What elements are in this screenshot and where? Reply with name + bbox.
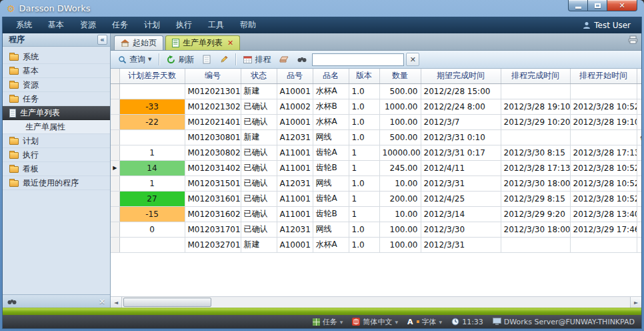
cell-sched_end[interactable]: 2012/3/29 10:20: [501, 114, 570, 129]
cell-status[interactable]: 新建: [241, 237, 277, 252]
cell-status[interactable]: 新建: [241, 129, 277, 145]
cell-diff[interactable]: 14: [119, 160, 185, 176]
cell-expect[interactable]: 2012/3/31: [421, 237, 501, 252]
sidebar-item-resource[interactable]: 资源: [3, 78, 110, 92]
cell-item_name[interactable]: 齿轮B: [313, 206, 349, 222]
cell-extra[interactable]: [637, 114, 641, 129]
cell-status[interactable]: 已确认: [241, 206, 277, 222]
status-task-menu[interactable]: 任务 ▼: [313, 317, 343, 327]
cell-extra[interactable]: [637, 191, 641, 206]
new-button[interactable]: [199, 53, 214, 65]
cell-status[interactable]: 已确认: [241, 176, 277, 191]
status-language-menu[interactable]: 简体中文 ▼: [352, 317, 398, 327]
query-button[interactable]: 查询 ▼: [115, 53, 155, 67]
cell-item_no[interactable]: A10002: [277, 99, 313, 114]
user-area[interactable]: Test User: [583, 21, 636, 30]
cell-item_no[interactable]: A11001: [277, 191, 313, 206]
schedule-button[interactable]: 排程: [240, 53, 274, 67]
cell-ver[interactable]: 1: [349, 191, 379, 206]
grid-row[interactable]: M012030801新建A12031网线1.0500.002012/3/31 0…: [111, 129, 641, 145]
cell-item_no[interactable]: A10001: [277, 83, 313, 99]
cell-sched_start[interactable]: [570, 237, 637, 252]
cell-diff[interactable]: 27: [119, 191, 185, 206]
cell-extra[interactable]: [637, 237, 641, 252]
cell-sched_start[interactable]: [570, 129, 637, 145]
cell-expect[interactable]: 2012/3/7: [421, 114, 501, 129]
cell-sched_start[interactable]: 2012/3/28 10:52: [570, 99, 637, 114]
cell-status[interactable]: 已确认: [241, 145, 277, 160]
grid-column-header[interactable]: 数量: [379, 69, 421, 83]
sidebar-search-clear-button[interactable]: ✕: [99, 297, 105, 306]
sidebar-item-task[interactable]: 任务: [3, 92, 110, 106]
cell-sched_end[interactable]: 2012/3/29 9:20: [501, 206, 570, 222]
cell-sched_start[interactable]: 2012/3/28 13:40: [570, 206, 637, 222]
cell-no[interactable]: M012021301: [185, 83, 241, 99]
cell-item_name[interactable]: 网线: [313, 222, 349, 237]
cell-diff[interactable]: -33: [119, 99, 185, 114]
cell-item_no[interactable]: A11001: [277, 206, 313, 222]
grid-row[interactable]: 1M012031501已确认A12031网线1.010.002012/3/312…: [111, 176, 641, 191]
cell-diff[interactable]: [119, 129, 185, 145]
cell-expect[interactable]: 2012/3/31: [421, 176, 501, 191]
cell-diff[interactable]: [119, 237, 185, 252]
edit-button[interactable]: [216, 54, 231, 65]
cell-extra[interactable]: [637, 222, 641, 237]
cell-item_name[interactable]: 齿轮B: [313, 160, 349, 176]
grid-row[interactable]: 1M012030802已确认A11001齿轮A110000.002012/3/3…: [111, 145, 641, 160]
tab-production-order-list[interactable]: 生产单列表 ✕: [165, 35, 240, 50]
cell-qty[interactable]: 10.00: [379, 206, 421, 222]
cell-item_name[interactable]: 齿轮A: [313, 191, 349, 206]
cell-no[interactable]: M012031402: [185, 160, 241, 176]
cell-sched_start[interactable]: 2012/3/28 10:52: [570, 176, 637, 191]
find-button[interactable]: [294, 55, 310, 64]
grid-row[interactable]: -15M012031602已确认A11001齿轮B110.002012/3/14…: [111, 206, 641, 222]
cell-item_no[interactable]: A12031: [277, 222, 313, 237]
grid-column-header[interactable]: 品名: [313, 69, 349, 83]
horizontal-scrollbar[interactable]: ◄ ►: [111, 296, 641, 308]
cell-qty[interactable]: 100.00: [379, 114, 421, 129]
sidebar-item-recent[interactable]: 最近使用的程序: [3, 176, 110, 190]
maximize-button[interactable]: [588, 0, 607, 11]
cell-no[interactable]: M012030802: [185, 145, 241, 160]
cell-item_name[interactable]: 水杯A: [313, 114, 349, 129]
cell-ver[interactable]: 1.0: [349, 129, 379, 145]
grid-column-header[interactable]: 状态: [241, 69, 277, 83]
search-input[interactable]: [312, 53, 404, 66]
cell-status[interactable]: 已确认: [241, 191, 277, 206]
cell-ver[interactable]: 1: [349, 145, 379, 160]
cell-sched_end[interactable]: 2012/3/29 8:15: [501, 191, 570, 206]
cell-sched_start[interactable]: 2012/3/29 17:46: [570, 222, 637, 237]
sidebar-search-bar[interactable]: ✕: [3, 294, 110, 308]
cell-qty[interactable]: 1000.00: [379, 99, 421, 114]
cell-extra[interactable]: [637, 145, 641, 160]
cell-expect[interactable]: 2012/4/25: [421, 191, 501, 206]
cell-expect[interactable]: 2012/2/24 8:00: [421, 99, 501, 114]
cell-item_name[interactable]: 水杯A: [313, 83, 349, 99]
grid-column-header[interactable]: [637, 69, 641, 83]
cell-no[interactable]: M012030801: [185, 129, 241, 145]
cell-no[interactable]: M012031602: [185, 206, 241, 222]
cell-sched_end[interactable]: 2012/3/30 18:00: [501, 176, 570, 191]
grid-row[interactable]: ▶14M012031402已确认A11001齿轮B1245.002012/4/1…: [111, 160, 641, 176]
cell-item_no[interactable]: A12031: [277, 176, 313, 191]
menu-item[interactable]: 工具: [200, 17, 232, 33]
menu-item[interactable]: 执行: [168, 17, 200, 33]
cell-no[interactable]: M012031601: [185, 191, 241, 206]
sidebar-item-production-order-list[interactable]: 生产单列表: [3, 106, 110, 120]
cell-extra[interactable]: [637, 206, 641, 222]
grid-row[interactable]: M012032701新建A10001水杯A1.0100.002012/3/31: [111, 237, 641, 252]
grid-column-header[interactable]: 计划差异天数: [119, 69, 185, 83]
cell-expect[interactable]: 2012/3/31 0:17: [421, 145, 501, 160]
cell-status[interactable]: 已确认: [241, 99, 277, 114]
grid-column-header[interactable]: 排程开始时间: [570, 69, 637, 83]
cell-ver[interactable]: 1.0: [349, 237, 379, 252]
eraser-button[interactable]: [276, 55, 292, 65]
cell-no[interactable]: M012032701: [185, 237, 241, 252]
cell-item_no[interactable]: A11001: [277, 160, 313, 176]
menu-item[interactable]: 基本: [40, 17, 72, 33]
tab-home[interactable]: 起始页: [114, 35, 163, 50]
cell-diff[interactable]: -22: [119, 114, 185, 129]
cell-no[interactable]: M012021401: [185, 114, 241, 129]
scrollbar-thumb[interactable]: [123, 298, 211, 307]
sidebar-item-plan[interactable]: 计划: [3, 134, 110, 148]
